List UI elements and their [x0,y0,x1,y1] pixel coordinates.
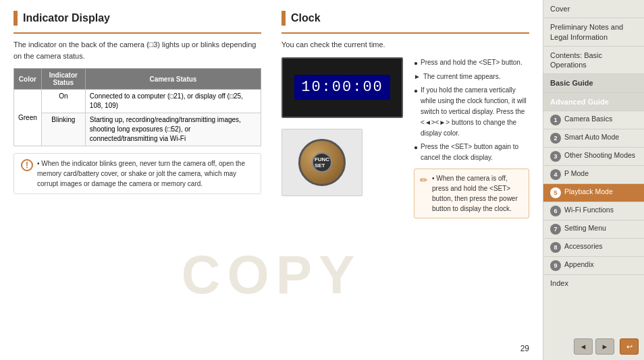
section-bar-clock [281,11,286,26]
sidebar-num-9: 9 [550,260,561,271]
sidebar-item-advanced-guide[interactable]: Advanced Guide [543,93,644,111]
list-item: ► The current time appears. [414,71,529,82]
warning-icon: ! [21,159,33,171]
clock-text-content: ● Press and hold the <SET> button. ► The… [414,57,529,218]
sidebar-num-3: 3 [550,151,561,162]
sidebar-item-setting-menu[interactable]: 7 Setting Menu [543,220,644,239]
sidebar-item-other-shooting[interactable]: 3 Other Shooting Modes [543,148,644,166]
camera-image-box: FUNCSET [281,129,363,196]
warning-text: • When the indicator blinks green, never… [37,158,254,189]
clock-divider [281,32,529,34]
right-column: Clock You can check the current time. 10… [281,11,529,349]
clock-display-box: 10:00:00 [281,57,403,118]
clock-note-box: ✏ • When the camera is off, press and ho… [414,169,529,218]
sidebar-num-1: 1 [550,115,561,125]
bottom-nav: ◄ ► ↩ [543,333,644,360]
clock-bullets-list: ● Press and hold the <SET> button. ► The… [414,57,529,163]
sidebar-item-camera-basics[interactable]: 1 Camera Basics [543,111,644,129]
indicator-title: Indicator Display [23,12,110,24]
page-number: 29 [520,344,529,353]
indicator-divider [14,32,261,34]
prev-button[interactable]: ◄ [574,338,593,355]
clock-title: Clock [291,12,321,24]
col-header-color: Color [14,69,42,90]
sidebar-item-index[interactable]: Index [543,275,644,291]
sidebar-item-basic-guide[interactable]: Basic Guide [543,74,644,92]
sidebar-item-playback[interactable]: 5 Playback Mode [543,184,644,202]
left-column: Indicator Display The indicator on the b… [14,11,261,349]
clock-intro: You can check the current time. [281,39,529,51]
sidebar-item-appendix[interactable]: 9 Appendix [543,257,644,275]
sidebar-num-8: 8 [550,242,561,253]
note-text: • When the camera is off, press and hold… [432,173,523,214]
bullet-dot-3: ● [414,142,418,153]
status-on: On [41,90,85,113]
camera-status-on: Connected to a computer (□21), or displa… [85,90,261,113]
bullet-text-1: Press and hold the <SET> button. [421,57,522,68]
sidebar-num-5: 5 [550,187,561,198]
col-header-status: Indicator Status [41,69,85,90]
home-button[interactable]: ↩ [620,338,639,355]
sidebar-num-2: 2 [550,133,561,144]
sidebar-item-smart-auto[interactable]: 2 Smart Auto Mode [543,129,644,148]
indicator-table: Color Indicator Status Camera Status Gre… [14,68,261,146]
bullet-dot-1: ● [414,58,418,69]
status-blinking: Blinking [41,113,85,146]
warning-box: ! • When the indicator blinks green, nev… [14,153,261,194]
clock-content: 10:00:00 FUNCSET ● Press and hold the <S… [281,57,529,218]
sidebar-item-wifi[interactable]: 6 Wi-Fi Functions [543,202,644,220]
sidebar-num-4: 4 [550,169,561,180]
table-row: Green On Connected to a computer (□21), … [14,90,261,113]
bullet-text-4: Press the <SET> button again to cancel t… [421,142,529,163]
bullet-arrow-1: ► [414,71,421,82]
list-item: ● Press and hold the <SET> button. [414,57,529,69]
camera-status-blinking: Starting up, recording/reading/transmitt… [85,113,261,146]
func-set-label: FUNCSET [312,152,332,173]
note-icon: ✏ [420,173,428,187]
camera-func-button: FUNCSET [298,139,346,186]
list-item: ● Press the <SET> button again to cancel… [414,142,529,163]
section-bar-indicator [14,11,18,26]
bullet-text-2: The current time appears. [423,71,501,82]
sidebar-num-7: 7 [550,224,561,235]
clock-images: 10:00:00 FUNCSET [281,57,403,218]
color-green: Green [14,90,42,146]
bullet-text-3: If you hold the camera vertically while … [421,85,529,139]
indicator-section-header: Indicator Display [14,11,261,26]
sidebar-item-p-mode[interactable]: 4 P Mode [543,166,644,184]
table-row: Blinking Starting up, recording/reading/… [14,113,261,146]
clock-section-header: Clock [281,11,529,26]
list-item: ● If you hold the camera vertically whil… [414,85,529,139]
clock-digits: 10:00:00 [294,75,390,100]
sidebar-item-accessories[interactable]: 8 Accessories [543,239,644,257]
sidebar: Cover Preliminary Notes and Legal Inform… [543,0,644,360]
bullet-dot-2: ● [414,86,418,96]
sidebar-item-preliminary[interactable]: Preliminary Notes and Legal Information [543,18,644,47]
sidebar-item-contents[interactable]: Contents: Basic Operations [543,47,644,75]
indicator-intro: The indicator on the back of the camera … [14,39,261,61]
next-button[interactable]: ► [595,338,614,355]
col-header-camera-status: Camera Status [85,69,261,90]
sidebar-item-cover[interactable]: Cover [543,0,644,18]
sidebar-num-6: 6 [550,206,561,216]
